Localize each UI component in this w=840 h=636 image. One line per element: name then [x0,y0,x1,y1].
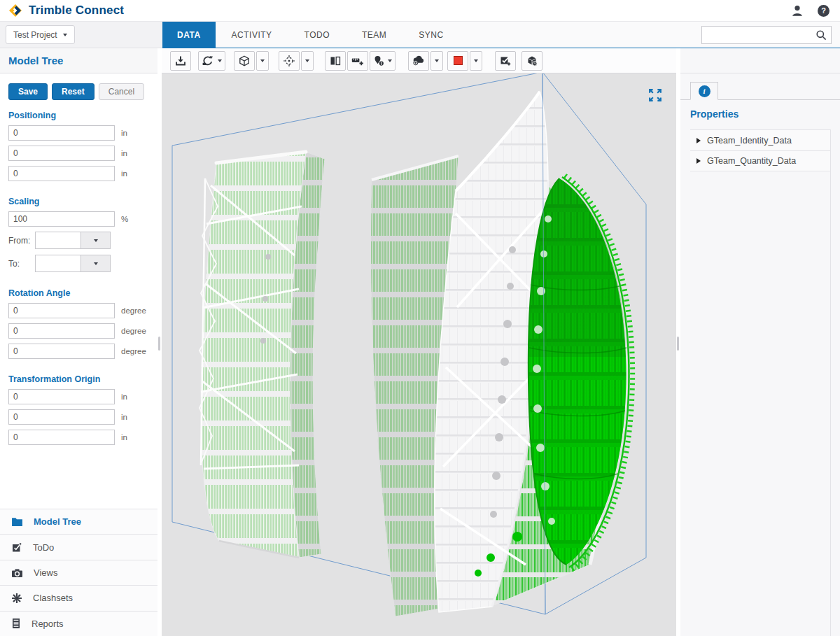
scaling-from-row: From: [8,232,158,249]
view-cube-button[interactable] [234,51,255,71]
camera-icon [11,568,23,578]
chevron-down-icon [435,59,439,62]
scaling-to-dropdown[interactable] [81,255,111,272]
selection-color-button[interactable] [447,51,468,71]
unit-label: in [121,413,127,421]
sidebar-item-reports[interactable]: Reports [0,611,158,636]
project-selector[interactable]: Test Project [6,25,75,44]
add-to-cloud-button[interactable] [408,51,429,71]
expand-arrow-icon [696,138,701,143]
origin-z-input[interactable] [8,430,115,445]
property-group-label: GTeam_Quantity_Data [707,156,796,166]
section-plane-icon [330,55,341,66]
unit-label: degree [121,306,146,315]
tab-team[interactable]: TEAM [346,22,402,48]
app-header: Trimble Connect ? [0,0,840,22]
positioning-x-input[interactable] [8,125,115,141]
assembly-browser-button[interactable] [522,51,542,71]
search-box [701,26,832,44]
positioning-z-input[interactable] [8,166,115,181]
resize-grip[interactable] [158,337,160,351]
chevron-down-icon [94,262,98,265]
scaling-row: % [8,211,158,227]
folder-icon [11,516,23,527]
add-marker-button[interactable] [370,51,396,71]
app-logo[interactable]: Trimble Connect [0,3,124,17]
positioning-y-input[interactable] [8,146,115,161]
chevron-down-icon [474,59,478,62]
add-measurement-icon [351,55,364,66]
cancel-button[interactable]: Cancel [99,83,144,100]
cloud-menu-button[interactable] [430,51,443,71]
add-markup-button[interactable] [495,51,516,71]
header-actions: ? [791,5,840,17]
help-icon[interactable]: ? [818,5,830,17]
unit-label: in [121,169,127,178]
property-groups: GTeam_Identity_Data GTeam_Quantity_Data [690,129,830,171]
tab-info[interactable]: i [690,82,718,100]
resize-grip[interactable] [677,337,679,351]
property-group-identity[interactable]: GTeam_Identity_Data [690,129,830,150]
search-input[interactable] [702,30,816,40]
user-icon[interactable] [791,5,804,17]
property-group-quantity[interactable]: GTeam_Quantity_Data [690,150,830,171]
nav-label: Reports [31,619,64,629]
focus-model-icon [284,55,295,66]
positioning-y-row: in [8,146,158,161]
sidebar-item-todo[interactable]: ToDo [0,534,158,559]
transformation-origin-label: Transformation Origin [0,364,158,389]
properties-panel: i Properties GTeam_Identity_Data GTeam_Q… [680,73,840,636]
property-group-label: GTeam_Identity_Data [707,136,792,146]
sidebar-item-model-tree[interactable]: Model Tree [0,509,158,534]
nav-label: Views [34,567,57,578]
add-markup-icon [500,55,511,66]
tab-data[interactable]: DATA [162,22,216,48]
right-panel-top-strip [680,48,840,73]
origin-x-input[interactable] [8,389,115,404]
report-icon [11,618,21,629]
section-plane-button[interactable] [325,51,346,71]
focus-model-button[interactable] [279,51,300,71]
selection-color-menu-button[interactable] [470,51,482,71]
sidebar-item-views[interactable]: Views [0,560,158,585]
save-button[interactable]: Save [8,83,48,100]
add-measurement-button[interactable] [347,51,368,71]
download-icon [175,55,186,66]
to-label: To: [8,259,35,269]
view-cube-menu-button[interactable] [256,51,269,71]
chevron-down-icon [63,34,67,36]
tab-sync[interactable]: SYNC [402,22,459,48]
fullscreen-icon[interactable] [649,89,662,101]
refresh-view-button[interactable] [198,51,225,71]
chevron-down-icon [218,59,222,62]
sidebar-item-clashsets[interactable]: Clashsets [0,585,158,610]
scaling-from-dropdown[interactable] [81,232,111,249]
3d-viewer[interactable] [162,73,676,636]
scaling-to-input[interactable] [35,255,81,272]
nav-label: ToDo [33,542,54,553]
search-icon[interactable] [816,29,831,41]
3d-model-canvas[interactable] [162,73,676,636]
add-marker-icon [373,55,384,66]
unit-label: in [121,433,127,441]
from-label: From: [8,236,35,246]
sidebar-nav: Model Tree ToDo Views [0,509,158,636]
properties-scrollbar[interactable] [830,129,831,636]
tab-todo[interactable]: TODO [288,22,346,48]
rotation-y-row: degree [8,323,158,339]
reset-button[interactable]: Reset [52,83,94,100]
scaling-from-input[interactable] [35,232,81,249]
rotation-y-input[interactable] [8,323,115,339]
scaling-input[interactable] [8,211,115,227]
tab-activity[interactable]: ACTIVITY [216,22,288,48]
rotation-x-input[interactable] [8,303,115,318]
trimble-logo-icon [8,3,22,17]
download-button[interactable] [170,51,191,71]
focus-model-menu-button[interactable] [301,51,314,71]
info-icon: i [699,85,710,97]
origin-y-input[interactable] [8,409,115,425]
rotation-z-input[interactable] [8,344,115,359]
nav-label: Model Tree [34,516,81,527]
todo-icon [11,542,22,553]
positioning-z-row: in [8,166,158,181]
